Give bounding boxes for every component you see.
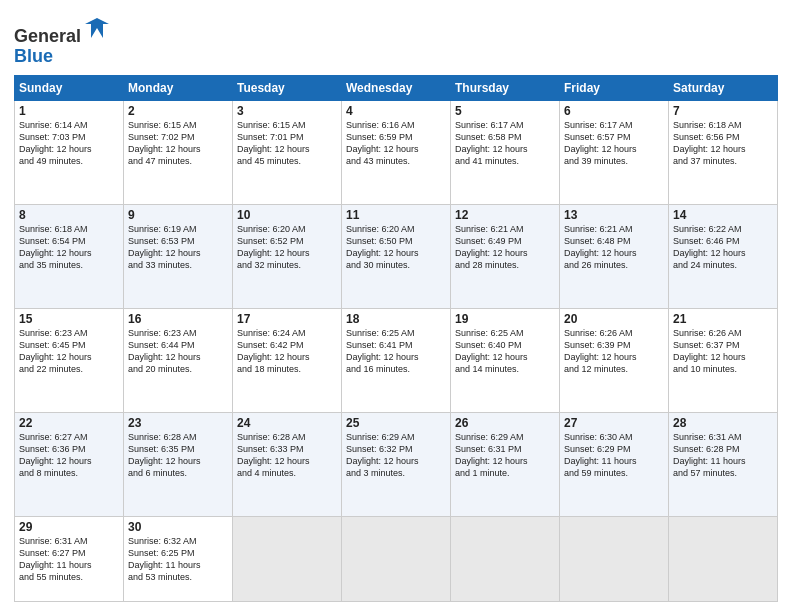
day-number: 27 xyxy=(564,416,664,430)
calendar-cell: 19Sunrise: 6:25 AM Sunset: 6:40 PM Dayli… xyxy=(451,308,560,412)
day-number: 14 xyxy=(673,208,773,222)
calendar-container: General Blue SundayMondayTuesdayWednesda… xyxy=(0,0,792,612)
day-info: Sunrise: 6:27 AM Sunset: 6:36 PM Dayligh… xyxy=(19,431,119,480)
calendar-cell: 18Sunrise: 6:25 AM Sunset: 6:41 PM Dayli… xyxy=(342,308,451,412)
calendar-cell: 12Sunrise: 6:21 AM Sunset: 6:49 PM Dayli… xyxy=(451,204,560,308)
calendar-cell: 3Sunrise: 6:15 AM Sunset: 7:01 PM Daylig… xyxy=(233,100,342,204)
day-number: 28 xyxy=(673,416,773,430)
day-number: 12 xyxy=(455,208,555,222)
calendar-week-row: 29Sunrise: 6:31 AM Sunset: 6:27 PM Dayli… xyxy=(15,516,778,601)
day-info: Sunrise: 6:31 AM Sunset: 6:28 PM Dayligh… xyxy=(673,431,773,480)
day-number: 13 xyxy=(564,208,664,222)
calendar-cell xyxy=(451,516,560,601)
calendar-cell: 29Sunrise: 6:31 AM Sunset: 6:27 PM Dayli… xyxy=(15,516,124,601)
day-info: Sunrise: 6:18 AM Sunset: 6:56 PM Dayligh… xyxy=(673,119,773,168)
calendar-cell: 16Sunrise: 6:23 AM Sunset: 6:44 PM Dayli… xyxy=(124,308,233,412)
day-number: 3 xyxy=(237,104,337,118)
day-info: Sunrise: 6:20 AM Sunset: 6:50 PM Dayligh… xyxy=(346,223,446,272)
day-number: 15 xyxy=(19,312,119,326)
day-number: 24 xyxy=(237,416,337,430)
weekday-header-thursday: Thursday xyxy=(451,75,560,100)
svg-marker-0 xyxy=(85,18,109,38)
calendar-cell: 8Sunrise: 6:18 AM Sunset: 6:54 PM Daylig… xyxy=(15,204,124,308)
day-info: Sunrise: 6:16 AM Sunset: 6:59 PM Dayligh… xyxy=(346,119,446,168)
day-number: 21 xyxy=(673,312,773,326)
day-info: Sunrise: 6:19 AM Sunset: 6:53 PM Dayligh… xyxy=(128,223,228,272)
calendar-cell: 2Sunrise: 6:15 AM Sunset: 7:02 PM Daylig… xyxy=(124,100,233,204)
day-info: Sunrise: 6:31 AM Sunset: 6:27 PM Dayligh… xyxy=(19,535,119,584)
calendar-cell: 6Sunrise: 6:17 AM Sunset: 6:57 PM Daylig… xyxy=(560,100,669,204)
calendar-week-row: 15Sunrise: 6:23 AM Sunset: 6:45 PM Dayli… xyxy=(15,308,778,412)
calendar-cell: 15Sunrise: 6:23 AM Sunset: 6:45 PM Dayli… xyxy=(15,308,124,412)
day-number: 23 xyxy=(128,416,228,430)
calendar-cell: 27Sunrise: 6:30 AM Sunset: 6:29 PM Dayli… xyxy=(560,412,669,516)
logo-bird-icon xyxy=(83,14,111,42)
logo: General Blue xyxy=(14,14,111,67)
day-number: 8 xyxy=(19,208,119,222)
calendar-cell: 25Sunrise: 6:29 AM Sunset: 6:32 PM Dayli… xyxy=(342,412,451,516)
day-number: 7 xyxy=(673,104,773,118)
day-number: 20 xyxy=(564,312,664,326)
calendar-week-row: 8Sunrise: 6:18 AM Sunset: 6:54 PM Daylig… xyxy=(15,204,778,308)
day-info: Sunrise: 6:20 AM Sunset: 6:52 PM Dayligh… xyxy=(237,223,337,272)
day-number: 5 xyxy=(455,104,555,118)
day-info: Sunrise: 6:21 AM Sunset: 6:49 PM Dayligh… xyxy=(455,223,555,272)
weekday-header-friday: Friday xyxy=(560,75,669,100)
weekday-header-wednesday: Wednesday xyxy=(342,75,451,100)
day-info: Sunrise: 6:29 AM Sunset: 6:32 PM Dayligh… xyxy=(346,431,446,480)
calendar-cell xyxy=(233,516,342,601)
day-number: 10 xyxy=(237,208,337,222)
day-info: Sunrise: 6:29 AM Sunset: 6:31 PM Dayligh… xyxy=(455,431,555,480)
calendar-cell: 7Sunrise: 6:18 AM Sunset: 6:56 PM Daylig… xyxy=(669,100,778,204)
day-number: 29 xyxy=(19,520,119,534)
calendar-cell: 28Sunrise: 6:31 AM Sunset: 6:28 PM Dayli… xyxy=(669,412,778,516)
day-number: 22 xyxy=(19,416,119,430)
day-info: Sunrise: 6:23 AM Sunset: 6:44 PM Dayligh… xyxy=(128,327,228,376)
calendar-cell: 23Sunrise: 6:28 AM Sunset: 6:35 PM Dayli… xyxy=(124,412,233,516)
weekday-header-sunday: Sunday xyxy=(15,75,124,100)
day-number: 6 xyxy=(564,104,664,118)
day-info: Sunrise: 6:23 AM Sunset: 6:45 PM Dayligh… xyxy=(19,327,119,376)
day-info: Sunrise: 6:25 AM Sunset: 6:41 PM Dayligh… xyxy=(346,327,446,376)
header: General Blue xyxy=(14,10,778,67)
day-info: Sunrise: 6:26 AM Sunset: 6:37 PM Dayligh… xyxy=(673,327,773,376)
weekday-header-monday: Monday xyxy=(124,75,233,100)
weekday-header-row: SundayMondayTuesdayWednesdayThursdayFrid… xyxy=(15,75,778,100)
calendar-cell xyxy=(560,516,669,601)
day-info: Sunrise: 6:28 AM Sunset: 6:35 PM Dayligh… xyxy=(128,431,228,480)
calendar-cell: 26Sunrise: 6:29 AM Sunset: 6:31 PM Dayli… xyxy=(451,412,560,516)
day-info: Sunrise: 6:14 AM Sunset: 7:03 PM Dayligh… xyxy=(19,119,119,168)
calendar-cell: 21Sunrise: 6:26 AM Sunset: 6:37 PM Dayli… xyxy=(669,308,778,412)
day-info: Sunrise: 6:24 AM Sunset: 6:42 PM Dayligh… xyxy=(237,327,337,376)
calendar-cell: 11Sunrise: 6:20 AM Sunset: 6:50 PM Dayli… xyxy=(342,204,451,308)
weekday-header-tuesday: Tuesday xyxy=(233,75,342,100)
day-number: 26 xyxy=(455,416,555,430)
day-info: Sunrise: 6:32 AM Sunset: 6:25 PM Dayligh… xyxy=(128,535,228,584)
logo-general: General xyxy=(14,26,81,46)
day-number: 4 xyxy=(346,104,446,118)
day-info: Sunrise: 6:25 AM Sunset: 6:40 PM Dayligh… xyxy=(455,327,555,376)
calendar-cell: 30Sunrise: 6:32 AM Sunset: 6:25 PM Dayli… xyxy=(124,516,233,601)
day-number: 2 xyxy=(128,104,228,118)
day-number: 19 xyxy=(455,312,555,326)
calendar-cell: 10Sunrise: 6:20 AM Sunset: 6:52 PM Dayli… xyxy=(233,204,342,308)
day-info: Sunrise: 6:26 AM Sunset: 6:39 PM Dayligh… xyxy=(564,327,664,376)
calendar-cell: 24Sunrise: 6:28 AM Sunset: 6:33 PM Dayli… xyxy=(233,412,342,516)
weekday-header-saturday: Saturday xyxy=(669,75,778,100)
day-info: Sunrise: 6:28 AM Sunset: 6:33 PM Dayligh… xyxy=(237,431,337,480)
calendar-cell: 20Sunrise: 6:26 AM Sunset: 6:39 PM Dayli… xyxy=(560,308,669,412)
calendar-cell: 14Sunrise: 6:22 AM Sunset: 6:46 PM Dayli… xyxy=(669,204,778,308)
calendar-cell: 9Sunrise: 6:19 AM Sunset: 6:53 PM Daylig… xyxy=(124,204,233,308)
day-info: Sunrise: 6:18 AM Sunset: 6:54 PM Dayligh… xyxy=(19,223,119,272)
day-info: Sunrise: 6:30 AM Sunset: 6:29 PM Dayligh… xyxy=(564,431,664,480)
calendar-cell xyxy=(342,516,451,601)
calendar-table: SundayMondayTuesdayWednesdayThursdayFrid… xyxy=(14,75,778,602)
day-info: Sunrise: 6:17 AM Sunset: 6:58 PM Dayligh… xyxy=(455,119,555,168)
day-number: 9 xyxy=(128,208,228,222)
day-number: 11 xyxy=(346,208,446,222)
day-number: 16 xyxy=(128,312,228,326)
day-number: 17 xyxy=(237,312,337,326)
day-number: 25 xyxy=(346,416,446,430)
day-info: Sunrise: 6:22 AM Sunset: 6:46 PM Dayligh… xyxy=(673,223,773,272)
calendar-week-row: 1Sunrise: 6:14 AM Sunset: 7:03 PM Daylig… xyxy=(15,100,778,204)
